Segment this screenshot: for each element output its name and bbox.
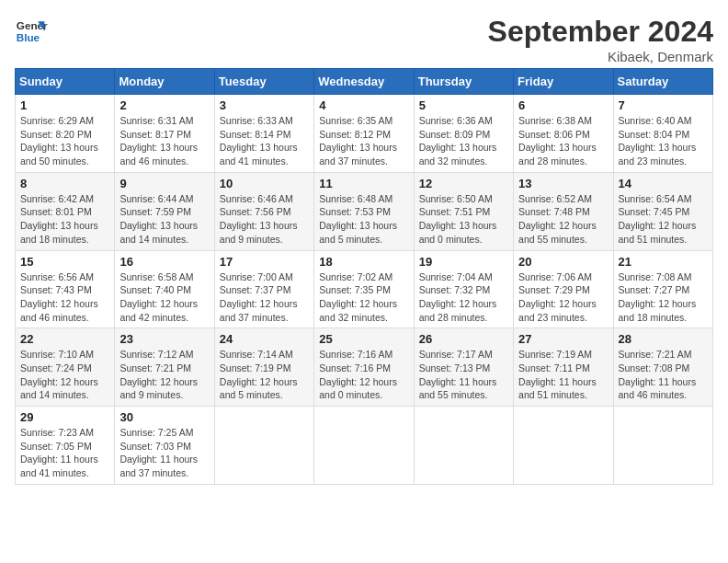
calendar-table: SundayMondayTuesdayWednesdayThursdayFrid… (15, 68, 713, 485)
day-info: Sunrise: 7:06 AM Sunset: 7:29 PM Dayligh… (518, 270, 608, 325)
day-info: Sunrise: 7:19 AM Sunset: 7:11 PM Dayligh… (518, 348, 608, 402)
day-cell: 30Sunrise: 7:25 AM Sunset: 7:03 PM Dayli… (115, 407, 214, 485)
day-info: Sunrise: 7:17 AM Sunset: 7:13 PM Dayligh… (419, 348, 508, 402)
day-number: 11 (319, 177, 408, 190)
day-info: Sunrise: 7:14 AM Sunset: 7:19 PM Dayligh… (220, 348, 309, 402)
day-info: Sunrise: 6:42 AM Sunset: 8:01 PM Dayligh… (20, 192, 109, 247)
day-info: Sunrise: 6:46 AM Sunset: 7:56 PM Dayligh… (220, 192, 309, 247)
day-number: 25 (319, 332, 408, 346)
day-cell: 20Sunrise: 7:06 AM Sunset: 7:29 PM Dayli… (514, 250, 613, 328)
day-info: Sunrise: 6:52 AM Sunset: 7:48 PM Dayligh… (518, 192, 608, 247)
day-number: 5 (419, 98, 508, 112)
day-number: 4 (319, 98, 408, 112)
day-number: 30 (119, 410, 209, 424)
day-number: 21 (619, 255, 708, 269)
day-cell: 19Sunrise: 7:04 AM Sunset: 7:32 PM Dayli… (414, 250, 513, 328)
day-cell: 1Sunrise: 6:29 AM Sunset: 8:20 PM Daylig… (16, 95, 115, 173)
day-number: 16 (119, 255, 209, 269)
day-cell (613, 407, 712, 485)
day-info: Sunrise: 6:35 AM Sunset: 8:12 PM Dayligh… (319, 114, 408, 168)
day-cell: 23Sunrise: 7:12 AM Sunset: 7:21 PM Dayli… (115, 328, 214, 407)
day-cell: 28Sunrise: 7:21 AM Sunset: 7:08 PM Dayli… (613, 328, 712, 407)
day-number: 28 (619, 332, 708, 346)
day-number: 22 (20, 332, 109, 346)
day-cell: 9Sunrise: 6:44 AM Sunset: 7:59 PM Daylig… (115, 172, 214, 250)
page-header: General Blue September 2024 Kibaek, Denm… (15, 15, 713, 64)
day-number: 2 (119, 98, 209, 112)
day-cell: 6Sunrise: 6:38 AM Sunset: 8:06 PM Daylig… (514, 95, 613, 173)
day-cell (314, 407, 414, 485)
header-friday: Friday (514, 69, 613, 95)
day-cell: 12Sunrise: 6:50 AM Sunset: 7:51 PM Dayli… (414, 172, 513, 250)
day-number: 7 (619, 98, 708, 112)
day-number: 24 (220, 332, 309, 346)
day-cell: 24Sunrise: 7:14 AM Sunset: 7:19 PM Dayli… (214, 328, 313, 407)
day-cell: 22Sunrise: 7:10 AM Sunset: 7:24 PM Dayli… (16, 328, 115, 407)
logo: General Blue (15, 15, 48, 48)
day-number: 15 (20, 255, 109, 269)
day-cell (514, 407, 613, 485)
day-cell: 29Sunrise: 7:23 AM Sunset: 7:05 PM Dayli… (16, 407, 115, 485)
day-info: Sunrise: 7:02 AM Sunset: 7:35 PM Dayligh… (319, 270, 408, 325)
day-number: 29 (20, 410, 109, 424)
logo-icon: General Blue (15, 15, 48, 48)
day-number: 8 (20, 177, 109, 190)
day-info: Sunrise: 7:25 AM Sunset: 7:03 PM Dayligh… (119, 426, 209, 480)
day-cell: 5Sunrise: 6:36 AM Sunset: 8:09 PM Daylig… (414, 95, 513, 173)
day-info: Sunrise: 7:21 AM Sunset: 7:08 PM Dayligh… (619, 348, 708, 402)
day-info: Sunrise: 7:12 AM Sunset: 7:21 PM Dayligh… (119, 348, 209, 402)
day-cell: 17Sunrise: 7:00 AM Sunset: 7:37 PM Dayli… (214, 250, 313, 328)
day-number: 27 (518, 332, 608, 346)
header-saturday: Saturday (613, 69, 712, 95)
day-cell: 16Sunrise: 6:58 AM Sunset: 7:40 PM Dayli… (115, 250, 214, 328)
day-cell: 13Sunrise: 6:52 AM Sunset: 7:48 PM Dayli… (514, 172, 613, 250)
week-row-1: 1Sunrise: 6:29 AM Sunset: 8:20 PM Daylig… (16, 95, 713, 173)
day-number: 10 (220, 177, 309, 190)
day-number: 17 (220, 255, 309, 269)
day-info: Sunrise: 7:23 AM Sunset: 7:05 PM Dayligh… (20, 426, 109, 480)
day-cell: 10Sunrise: 6:46 AM Sunset: 7:56 PM Dayli… (214, 172, 313, 250)
day-number: 12 (419, 177, 508, 190)
day-number: 1 (20, 98, 109, 112)
day-cell: 8Sunrise: 6:42 AM Sunset: 8:01 PM Daylig… (16, 172, 115, 250)
day-info: Sunrise: 6:56 AM Sunset: 7:43 PM Dayligh… (20, 270, 109, 325)
day-info: Sunrise: 6:50 AM Sunset: 7:51 PM Dayligh… (419, 192, 508, 247)
day-number: 26 (419, 332, 508, 346)
day-info: Sunrise: 7:16 AM Sunset: 7:16 PM Dayligh… (319, 348, 408, 402)
week-row-5: 29Sunrise: 7:23 AM Sunset: 7:05 PM Dayli… (16, 407, 713, 485)
month-title: September 2024 (488, 15, 713, 49)
day-info: Sunrise: 6:38 AM Sunset: 8:06 PM Dayligh… (518, 114, 608, 168)
day-cell: 26Sunrise: 7:17 AM Sunset: 7:13 PM Dayli… (414, 328, 513, 407)
day-cell: 11Sunrise: 6:48 AM Sunset: 7:53 PM Dayli… (314, 172, 414, 250)
header-monday: Monday (115, 69, 214, 95)
day-info: Sunrise: 6:40 AM Sunset: 8:04 PM Dayligh… (619, 114, 708, 168)
day-info: Sunrise: 7:08 AM Sunset: 7:27 PM Dayligh… (619, 270, 708, 325)
day-cell: 21Sunrise: 7:08 AM Sunset: 7:27 PM Dayli… (613, 250, 712, 328)
day-number: 6 (518, 98, 608, 112)
day-info: Sunrise: 6:36 AM Sunset: 8:09 PM Dayligh… (419, 114, 508, 168)
day-info: Sunrise: 7:10 AM Sunset: 7:24 PM Dayligh… (20, 348, 109, 402)
day-info: Sunrise: 6:48 AM Sunset: 7:53 PM Dayligh… (319, 192, 408, 247)
day-info: Sunrise: 7:00 AM Sunset: 7:37 PM Dayligh… (220, 270, 309, 325)
day-cell: 18Sunrise: 7:02 AM Sunset: 7:35 PM Dayli… (314, 250, 414, 328)
header-tuesday: Tuesday (214, 69, 313, 95)
day-number: 13 (518, 177, 608, 190)
day-info: Sunrise: 7:04 AM Sunset: 7:32 PM Dayligh… (419, 270, 508, 325)
day-cell: 25Sunrise: 7:16 AM Sunset: 7:16 PM Dayli… (314, 328, 414, 407)
day-info: Sunrise: 6:54 AM Sunset: 7:45 PM Dayligh… (619, 192, 708, 247)
day-info: Sunrise: 6:58 AM Sunset: 7:40 PM Dayligh… (119, 270, 209, 325)
day-number: 20 (518, 255, 608, 269)
svg-text:Blue: Blue (17, 31, 40, 43)
day-number: 14 (619, 177, 708, 190)
day-cell (414, 407, 513, 485)
calendar-header-row: SundayMondayTuesdayWednesdayThursdayFrid… (16, 69, 713, 95)
day-cell (214, 407, 313, 485)
day-cell: 15Sunrise: 6:56 AM Sunset: 7:43 PM Dayli… (16, 250, 115, 328)
day-cell: 2Sunrise: 6:31 AM Sunset: 8:17 PM Daylig… (115, 95, 214, 173)
day-number: 19 (419, 255, 508, 269)
day-cell: 3Sunrise: 6:33 AM Sunset: 8:14 PM Daylig… (214, 95, 313, 173)
day-number: 3 (220, 98, 309, 112)
location: Kibaek, Denmark (488, 49, 713, 64)
header-thursday: Thursday (414, 69, 513, 95)
day-cell: 4Sunrise: 6:35 AM Sunset: 8:12 PM Daylig… (314, 95, 414, 173)
